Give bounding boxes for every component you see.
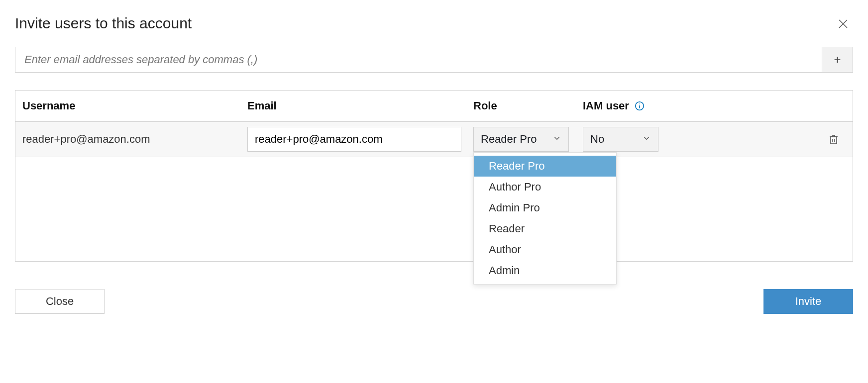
iam-select[interactable]: No [583, 127, 658, 152]
table-row: reader+pro@amazon.com Reader Pro Rea [15, 122, 853, 157]
trash-icon[interactable] [828, 133, 840, 146]
header-iam-label: IAM user [583, 99, 629, 112]
role-option-reader[interactable]: Reader [474, 218, 616, 239]
header-iam: IAM user [583, 99, 692, 112]
chevron-down-icon [642, 133, 651, 146]
chevron-down-icon [552, 133, 561, 146]
role-select[interactable]: Reader Pro Reader Pro Author Pro Admin P… [473, 127, 569, 152]
cell-role: Reader Pro Reader Pro Author Pro Admin P… [473, 127, 583, 152]
info-icon[interactable] [634, 100, 645, 111]
cell-email [247, 127, 473, 152]
footer: Close Invite [15, 289, 853, 314]
email-field[interactable] [247, 127, 461, 152]
table-body: reader+pro@amazon.com Reader Pro Rea [15, 122, 853, 261]
add-button[interactable]: + [822, 47, 853, 73]
cell-actions [692, 133, 846, 146]
email-add-row: + [15, 47, 853, 73]
role-option-admin[interactable]: Admin [474, 260, 616, 281]
email-input[interactable] [15, 47, 822, 73]
invite-table: Username Email Role IAM user reader+pro@… [15, 90, 853, 262]
close-button[interactable]: Close [15, 289, 105, 314]
table-header: Username Email Role IAM user [15, 91, 853, 122]
plus-icon: + [834, 53, 841, 67]
iam-selected-label: No [590, 133, 604, 146]
cell-username: reader+pro@amazon.com [22, 133, 247, 146]
header-email: Email [247, 99, 473, 112]
role-option-author[interactable]: Author [474, 239, 616, 260]
modal-title: Invite users to this account [15, 15, 853, 32]
role-dropdown: Reader Pro Author Pro Admin Pro Reader A… [473, 152, 617, 285]
close-icon[interactable] [837, 18, 849, 30]
svg-rect-5 [831, 137, 837, 144]
role-option-author-pro[interactable]: Author Pro [474, 177, 616, 197]
svg-point-4 [639, 103, 640, 104]
role-option-admin-pro[interactable]: Admin Pro [474, 197, 616, 218]
header-role: Role [473, 99, 583, 112]
role-selected-label: Reader Pro [481, 133, 537, 146]
cell-iam: No [583, 127, 692, 152]
invite-button[interactable]: Invite [763, 289, 853, 314]
role-option-reader-pro[interactable]: Reader Pro [474, 156, 616, 177]
header-username: Username [22, 99, 247, 112]
